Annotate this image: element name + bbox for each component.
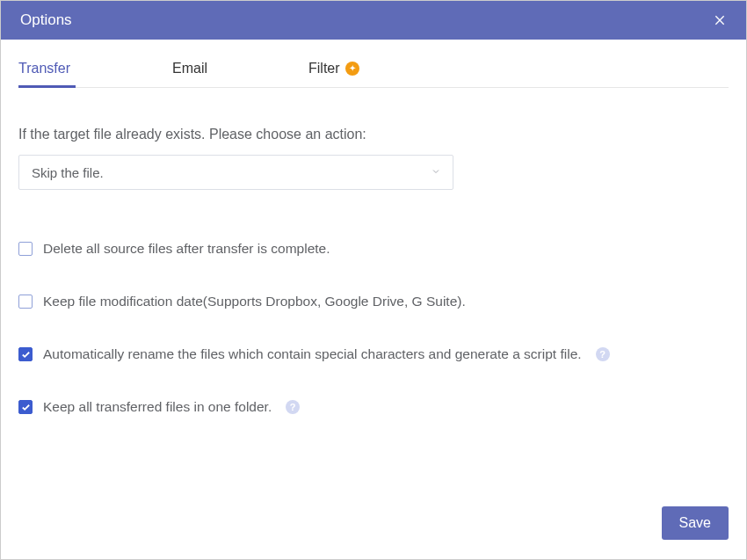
dialog-footer: Save xyxy=(1,506,746,559)
conflict-action-select[interactable]: Skip the file. xyxy=(18,155,453,190)
tab-filter[interactable]: Filter ✦ xyxy=(308,61,359,87)
close-icon xyxy=(713,13,727,27)
option-one-folder: Keep all transferred files in one folder… xyxy=(18,399,729,415)
check-icon xyxy=(21,403,31,412)
tab-label: Email xyxy=(172,61,207,76)
dialog-header: Options xyxy=(1,1,746,40)
help-icon[interactable]: ? xyxy=(286,400,300,414)
save-button[interactable]: Save xyxy=(662,506,729,540)
option-auto-rename: Automatically rename the files which con… xyxy=(18,346,729,362)
star-badge-icon: ✦ xyxy=(345,62,359,76)
tab-label: Filter xyxy=(308,61,340,76)
tab-transfer[interactable]: Transfer xyxy=(18,61,172,87)
select-value: Skip the file. xyxy=(32,165,104,180)
option-label: Keep file modification date(Supports Dro… xyxy=(43,294,466,309)
prompt-label: If the target file already exists. Pleas… xyxy=(18,127,729,142)
tab-email[interactable]: Email xyxy=(172,61,308,87)
close-button[interactable] xyxy=(707,8,732,33)
option-label: Keep all transferred files in one folder… xyxy=(43,399,272,415)
help-icon[interactable]: ? xyxy=(596,347,610,361)
delete-source-checkbox[interactable] xyxy=(18,242,33,256)
options-dialog: Options Transfer Email Filter ✦ If the t… xyxy=(0,0,747,560)
tab-label: Transfer xyxy=(18,61,70,76)
keep-mod-date-checkbox[interactable] xyxy=(18,295,33,309)
check-icon xyxy=(21,350,31,360)
option-keep-mod-date: Keep file modification date(Supports Dro… xyxy=(18,294,729,309)
options-list: Delete all source files after transfer i… xyxy=(18,241,729,415)
one-folder-checkbox[interactable] xyxy=(18,400,33,414)
option-delete-source: Delete all source files after transfer i… xyxy=(18,241,729,257)
dialog-title: Options xyxy=(20,11,72,29)
option-label: Automatically rename the files which con… xyxy=(43,346,582,362)
conflict-action-select-wrap: Skip the file. xyxy=(18,155,453,190)
transfer-section: If the target file already exists. Pleas… xyxy=(18,88,729,452)
auto-rename-checkbox[interactable] xyxy=(18,347,33,361)
tabs-bar: Transfer Email Filter ✦ xyxy=(18,61,729,88)
option-label: Delete all source files after transfer i… xyxy=(43,241,330,257)
dialog-content: Transfer Email Filter ✦ If the target fi… xyxy=(1,40,746,506)
